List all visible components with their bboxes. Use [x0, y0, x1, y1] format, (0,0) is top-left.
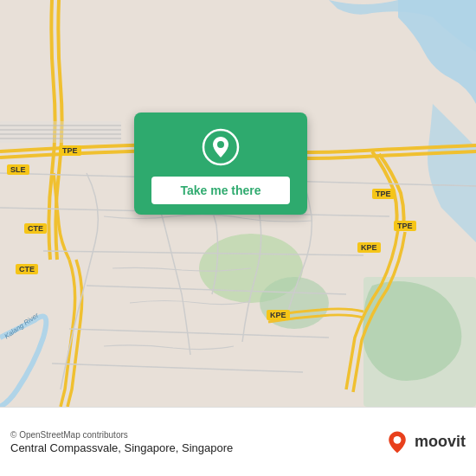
popup-card: Take me there: [134, 113, 307, 215]
moovit-icon-svg: [383, 428, 411, 456]
road-label-cte1: CTE: [24, 223, 47, 234]
road-label-sle1: SLE: [7, 164, 29, 175]
road-label-cte2: CTE: [16, 264, 38, 274]
bottom-bar: © OpenStreetMap contributors Central Com…: [0, 407, 476, 476]
svg-point-15: [217, 141, 224, 148]
svg-rect-9: [0, 121, 121, 143]
road-label-tpe3: TPE: [394, 221, 416, 231]
moovit-text: moovit: [415, 433, 466, 451]
bottom-left: © OpenStreetMap contributors Central Com…: [10, 430, 233, 454]
road-label-tpe1: TPE: [59, 145, 81, 156]
map-container: TPE SLE CTE CTE TPE TPE KPE KPE Kalang R…: [0, 0, 476, 476]
map-background[interactable]: TPE SLE CTE CTE TPE TPE KPE KPE Kalang R…: [0, 0, 476, 407]
road-label-kpe2: KPE: [267, 310, 290, 320]
svg-line-7: [69, 329, 329, 338]
svg-point-16: [394, 435, 402, 443]
road-label-kpe1: KPE: [357, 242, 381, 253]
svg-line-8: [52, 363, 303, 372]
location-name: Central Compassvale, Singapore, Singapor…: [10, 441, 233, 454]
popup-icon-wrapper: [200, 126, 241, 168]
take-me-there-button[interactable]: Take me there: [151, 177, 290, 204]
osm-attribution: © OpenStreetMap contributors: [10, 430, 233, 440]
moovit-logo: moovit: [383, 428, 466, 456]
road-label-tpe2: TPE: [372, 189, 395, 199]
